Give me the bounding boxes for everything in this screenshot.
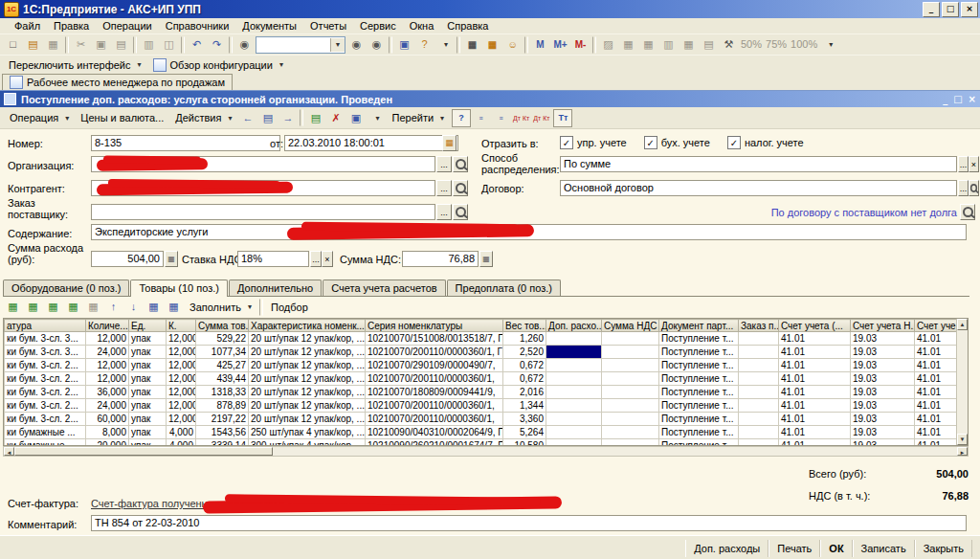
menu-item[interactable]: Документы bbox=[235, 19, 303, 33]
distribution-field[interactable]: По сумме bbox=[560, 156, 957, 172]
table-row[interactable]: ки бум. 3-сл. 3...12,000упак 12,000529,2… bbox=[5, 332, 958, 346]
delete-row-icon[interactable]: ▦ bbox=[63, 299, 83, 316]
post-document-icon[interactable]: ▤ bbox=[305, 109, 325, 126]
move-down-icon[interactable]: ↓ bbox=[123, 299, 144, 316]
calendar-picker-icon[interactable]: ▦ bbox=[442, 135, 457, 151]
table-view-icon[interactable]: ▦ bbox=[679, 36, 699, 54]
previous-document-icon[interactable]: ← bbox=[237, 109, 257, 126]
open-icon[interactable]: ▤ bbox=[23, 36, 43, 54]
move-up-icon[interactable]: ↑ bbox=[103, 299, 123, 316]
table-row[interactable]: ки бумажные ...20,000упак 4,0003339,1430… bbox=[5, 439, 958, 447]
comment-field[interactable]: ТН 854 от 22-03-2010 bbox=[91, 515, 967, 531]
contractor-select-button[interactable]: ... bbox=[436, 180, 452, 196]
scrollbar-thumb[interactable] bbox=[14, 447, 273, 456]
detail-tab[interactable]: Предоплата (0 поз.) bbox=[447, 280, 561, 296]
menu-item[interactable]: Справочники bbox=[159, 19, 236, 33]
menu-item[interactable]: Операции bbox=[96, 19, 158, 33]
edit-row-icon[interactable]: ▦ bbox=[43, 299, 63, 316]
supplier-order-select-button[interactable]: ... bbox=[436, 204, 452, 220]
close-button[interactable]: × bbox=[961, 2, 978, 17]
vat-rate-field[interactable]: 18% bbox=[237, 251, 309, 267]
footer-button[interactable]: Доп. расходы bbox=[685, 540, 768, 557]
dt-kt-n-icon[interactable]: Дт Кт bbox=[531, 109, 551, 126]
doc-minimize-button[interactable]: _ bbox=[943, 93, 947, 106]
subordination-structure-icon[interactable]: ▣ bbox=[345, 109, 366, 126]
menu-item[interactable]: Окна bbox=[403, 19, 441, 33]
memory-subtract-button[interactable]: M- bbox=[570, 36, 590, 54]
search-combobox[interactable]: ▼ bbox=[256, 36, 345, 54]
accounting-checkbox[interactable]: бух. учете bbox=[644, 136, 710, 149]
footer-button[interactable]: Закрыть bbox=[915, 540, 972, 557]
copy-icon[interactable]: ▣ bbox=[91, 36, 111, 54]
detail-tab[interactable]: Счета учета расчетов bbox=[323, 280, 445, 296]
number-field[interactable]: 8-135 bbox=[91, 135, 280, 151]
vertical-scrollbar[interactable]: ▲ ▼ bbox=[956, 319, 968, 445]
minimize-button[interactable]: _ bbox=[923, 2, 940, 17]
supplier-order-field[interactable] bbox=[91, 204, 435, 220]
zoom-overflow-icon[interactable] bbox=[819, 36, 839, 54]
find-next-icon[interactable]: ◉ bbox=[346, 36, 367, 54]
find-previous-icon[interactable]: ◉ bbox=[367, 36, 387, 54]
structure-dropdown-icon[interactable] bbox=[366, 109, 386, 126]
chevron-down-icon[interactable]: ▼ bbox=[330, 38, 345, 52]
distribution-clear-button[interactable]: × bbox=[969, 156, 979, 172]
footer-button[interactable]: ОК bbox=[820, 540, 852, 557]
detail-tab[interactable]: Оборудование (0 поз.) bbox=[3, 280, 129, 296]
goto-button[interactable]: Перейти bbox=[386, 110, 450, 125]
paste-icon[interactable]: ▤ bbox=[111, 36, 131, 54]
column-header[interactable]: Документ парт... bbox=[659, 320, 739, 332]
find-icon[interactable]: ◉ bbox=[234, 36, 255, 54]
menu-item[interactable]: Сервис bbox=[353, 19, 403, 33]
column-header[interactable]: атура bbox=[5, 320, 86, 332]
column-header[interactable]: Вес тов... bbox=[503, 320, 546, 332]
column-header[interactable]: Сумма тов... bbox=[196, 320, 249, 332]
cut-icon[interactable]: ✂ bbox=[71, 36, 91, 54]
accounting-checkbox[interactable]: налог. учете bbox=[727, 136, 804, 149]
table-row[interactable]: ки бум. 3-сл. 3...24,000упак 12,0001077,… bbox=[5, 346, 958, 359]
print-icon[interactable]: ▥ bbox=[139, 36, 159, 54]
save-icon[interactable]: ▦ bbox=[43, 36, 63, 54]
toolbar-overflow-icon[interactable] bbox=[434, 36, 455, 54]
amount-field[interactable]: 504,00 bbox=[91, 251, 164, 267]
table-row[interactable]: ки бумажные ...8,000упак 4,0001543,56250… bbox=[5, 426, 958, 439]
scroll-down-icon[interactable]: ▼ bbox=[957, 434, 968, 445]
add-row-icon[interactable]: ▦ bbox=[3, 299, 23, 316]
sort-descending-icon[interactable]: ▦ bbox=[164, 299, 184, 316]
copy-format-icon[interactable]: ▤ bbox=[699, 36, 719, 54]
switch-interface-button[interactable]: Переключить интерфейс bbox=[3, 57, 147, 73]
table-row[interactable]: ки бум. 3-сл. 2...12,000упак 12,000439,4… bbox=[5, 372, 958, 386]
footer-button[interactable]: Записать bbox=[853, 540, 915, 557]
column-header[interactable]: Характеристика номенк... bbox=[249, 320, 366, 332]
column-header[interactable]: Счет учета (... bbox=[779, 320, 851, 332]
maximize-button[interactable]: □ bbox=[942, 2, 959, 17]
tt-button[interactable]: Тт bbox=[553, 109, 572, 127]
distribution-select-button[interactable]: ... bbox=[958, 156, 969, 172]
next-document-icon[interactable]: → bbox=[278, 109, 298, 126]
menu-item[interactable]: Правка bbox=[47, 19, 96, 33]
contract-open-button[interactable] bbox=[969, 180, 979, 196]
doc-restore-button[interactable]: □ bbox=[953, 93, 962, 106]
table-borders-icon[interactable]: ▦ bbox=[618, 36, 638, 54]
scroll-up-icon[interactable]: ▲ bbox=[957, 319, 968, 330]
copy-row-icon[interactable]: ▦ bbox=[23, 299, 43, 316]
fill-button[interactable]: Заполнить bbox=[184, 300, 257, 315]
column-header[interactable]: Доп. расхо... bbox=[546, 320, 602, 332]
zoom-50-button[interactable]: 50% bbox=[739, 36, 764, 54]
no-debt-link[interactable]: По договору с поставщиком нет долга bbox=[560, 207, 957, 218]
debt-details-button[interactable] bbox=[960, 204, 975, 220]
column-header[interactable]: Ед. bbox=[129, 320, 167, 332]
table-row[interactable]: ки бум. 3-сл. 2...12,000упак 12,000425,2… bbox=[5, 359, 958, 372]
vat-rate-select-button[interactable]: ... bbox=[310, 251, 322, 267]
amount-calculator-icon[interactable]: ▦ bbox=[165, 251, 178, 267]
prices-currency-button[interactable]: Цены и валюта... bbox=[75, 110, 169, 125]
cancel-posting-icon[interactable]: ✗ bbox=[325, 109, 345, 126]
column-header[interactable]: К. bbox=[167, 320, 196, 332]
supplier-order-open-button[interactable] bbox=[453, 204, 468, 220]
document-movements-icon[interactable]: ≡ bbox=[471, 109, 491, 126]
vat-amount-calculator-icon[interactable]: ▦ bbox=[479, 251, 493, 267]
zoom-100-button[interactable]: 100% bbox=[789, 36, 819, 54]
horizontal-scrollbar[interactable]: ◄ ► bbox=[3, 446, 969, 457]
menu-item[interactable]: Файл bbox=[8, 19, 47, 33]
detail-tab[interactable]: Дополнительно bbox=[229, 280, 322, 296]
operation-button[interactable]: Операция bbox=[4, 110, 75, 125]
